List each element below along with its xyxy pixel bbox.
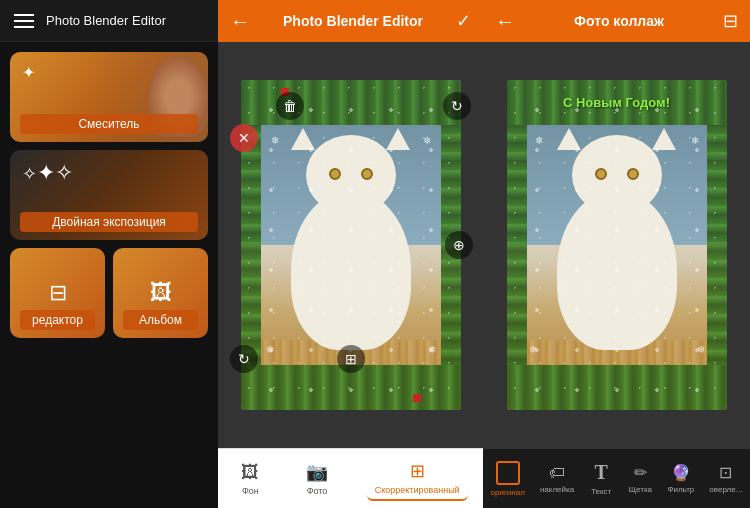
- corrected-label: Скорректированный: [375, 485, 460, 495]
- text-label: Текст: [591, 487, 611, 496]
- middle-header: ← Photo Blender Editor ✓: [218, 0, 483, 42]
- right-toolbar-brush[interactable]: ✏ Щетка: [622, 459, 658, 498]
- middle-header-title: Photo Blender Editor: [283, 13, 423, 29]
- right-toolbar-text[interactable]: T Текст: [583, 457, 619, 500]
- background-icon: 🖼: [241, 462, 259, 483]
- sticker-label: наклейка: [540, 485, 574, 494]
- right-cat-eye-right: [627, 168, 639, 180]
- right-toolbar-sticker[interactable]: 🏷 наклейка: [534, 460, 580, 498]
- right-panel: ← Фото коллаж ⊟: [483, 0, 750, 508]
- editor-album-row: ⊟ редактор 🖼 Альбом: [10, 248, 208, 338]
- toolbar-background[interactable]: 🖼 Фон: [233, 458, 267, 500]
- cat-eyes: [329, 168, 373, 180]
- double-exposure-card[interactable]: ✦✧ Двойная экспозиция: [10, 150, 208, 240]
- filter-label: Фильтр: [667, 485, 694, 494]
- double-exposure-label: Двойная экспозиция: [20, 212, 198, 232]
- expand-tool[interactable]: ⊕: [445, 231, 473, 259]
- corrected-icon: ⊞: [410, 460, 425, 482]
- bottom-center-tool[interactable]: ⊞: [337, 345, 365, 373]
- right-toolbar-filter[interactable]: 🔮 Фильтр: [661, 459, 700, 498]
- album-card[interactable]: 🖼 Альбом: [113, 248, 208, 338]
- right-menu-icon[interactable]: ⊟: [723, 10, 738, 32]
- right-cat-ear-right: [652, 128, 676, 150]
- toolbar-photo[interactable]: 📷 Фото: [298, 457, 336, 500]
- right-cat-eye-left: [595, 168, 607, 180]
- brush-label: Щетка: [629, 485, 652, 494]
- editor-label: редактор: [20, 310, 95, 330]
- right-toolbar-overlay[interactable]: ⊡ оверле...: [703, 459, 748, 498]
- cat-eye-right: [361, 168, 373, 180]
- mixer-label: Смеситель: [20, 114, 198, 134]
- delete-tool[interactable]: 🗑: [276, 92, 304, 120]
- original-selected-box: [496, 461, 520, 485]
- middle-check-button[interactable]: ✓: [456, 10, 471, 32]
- photo-icon: 📷: [306, 461, 328, 483]
- right-header-title: Фото коллаж: [574, 13, 664, 29]
- right-wood-floor: [507, 340, 727, 410]
- cat-body: [291, 190, 411, 350]
- text-icon: T: [595, 461, 608, 484]
- refresh-tool[interactable]: ↻: [443, 92, 471, 120]
- editor-card[interactable]: ⊟ редактор: [10, 248, 105, 338]
- left-header: Photo Blender Editor: [0, 0, 218, 42]
- cat-eye-left: [329, 168, 341, 180]
- photo-label: Фото: [307, 486, 328, 496]
- sticker-icon: 🏷: [549, 464, 565, 482]
- middle-back-button[interactable]: ←: [230, 10, 250, 33]
- right-cat-body: [557, 190, 677, 350]
- right-cat-ear-left: [557, 128, 581, 150]
- right-toolbar-original[interactable]: оригинал: [485, 457, 531, 501]
- right-cat-eyes: [595, 168, 639, 180]
- cat-ear-left: [291, 128, 315, 150]
- mixer-card[interactable]: Смеситель: [10, 52, 208, 142]
- toolbar-corrected[interactable]: ⊞ Скорректированный: [367, 456, 468, 501]
- close-tool[interactable]: ✕: [230, 124, 258, 152]
- original-label: оригинал: [491, 488, 525, 497]
- right-canvas-area: С Новым Годом! ❄ ❄ ❄ ❄: [483, 42, 750, 448]
- right-cat-photo: [507, 80, 727, 410]
- middle-canvas-area: ❄ ❄ ❄ ❄ 🗑 ↻ ✕ ⊕ ↻ ⊞: [218, 42, 483, 448]
- filter-icon: 🔮: [671, 463, 691, 482]
- wand-icon: [22, 62, 35, 83]
- left-panel: Photo Blender Editor Смеситель ✦✧ Двойна…: [0, 0, 218, 508]
- right-toolbar: оригинал 🏷 наклейка T Текст ✏ Щетка 🔮 Фи…: [483, 448, 750, 508]
- right-header: ← Фото коллаж ⊟: [483, 0, 750, 42]
- right-canvas-frame: С Новым Годом! ❄ ❄ ❄ ❄: [507, 80, 727, 410]
- left-header-title: Photo Blender Editor: [46, 13, 166, 28]
- right-back-button[interactable]: ←: [495, 10, 515, 33]
- menu-icon[interactable]: [14, 14, 34, 28]
- overlay-icon: ⊡: [719, 463, 732, 482]
- overlay-label: оверле...: [709, 485, 742, 494]
- left-menu-items: Смеситель ✦✧ Двойная экспозиция ⊟ редакт…: [0, 42, 218, 508]
- sparkles-icon: ✦✧: [22, 160, 73, 186]
- brush-icon: ✏: [634, 463, 647, 482]
- cat-ear-right: [386, 128, 410, 150]
- middle-toolbar: 🖼 Фон 📷 Фото ⊞ Скорректированный: [218, 448, 483, 508]
- album-label: Альбом: [123, 310, 198, 330]
- bottom-left-tool[interactable]: ↻: [230, 345, 258, 373]
- middle-panel: ← Photo Blender Editor ✓: [218, 0, 483, 508]
- background-label: Фон: [242, 486, 259, 496]
